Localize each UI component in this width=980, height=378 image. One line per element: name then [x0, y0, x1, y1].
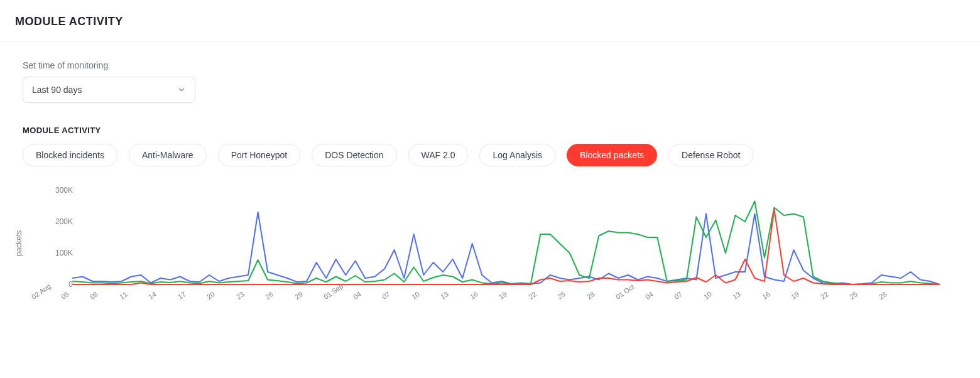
- tab-log-analysis[interactable]: Log Analysis: [479, 144, 555, 166]
- chart-xtick: 25: [848, 290, 859, 301]
- chart-xtick: 22: [527, 290, 538, 301]
- chart-xtick: 22: [819, 290, 830, 301]
- chart-xtick: 07: [673, 290, 683, 301]
- chevron-down-icon: [177, 85, 186, 94]
- tab-waf-2-0[interactable]: WAF 2.0: [408, 144, 469, 166]
- chart-xtick: 14: [147, 290, 158, 301]
- chart-xtick: 25: [556, 290, 567, 301]
- page-title: MODULE ACTIVITY: [15, 15, 965, 28]
- tab-blocked-packets[interactable]: Blocked packets: [567, 144, 657, 166]
- chart-xtick: 11: [118, 290, 129, 301]
- chart-xtick: 05: [60, 290, 70, 301]
- chart-xtick: 07: [381, 290, 391, 301]
- time-range-value: Last 90 days: [32, 85, 82, 95]
- tab-dos-detection[interactable]: DOS Detection: [312, 144, 396, 166]
- tab-defense-robot[interactable]: Defense Robot: [668, 144, 753, 166]
- chart-ylabel: packets: [14, 230, 23, 256]
- time-select-label: Set time of monitoring: [23, 60, 957, 70]
- chart-xtick: 26: [264, 290, 275, 301]
- chart-xtick: 20: [205, 290, 216, 301]
- chart-xtick: 10: [702, 290, 713, 301]
- chart-xtick: 19: [498, 290, 508, 301]
- chart-xtick: 16: [469, 290, 479, 301]
- chart-xtick: 13: [731, 290, 742, 301]
- module-tabs: Blocked incidentsAnti-MalwarePort Honeyp…: [23, 144, 957, 166]
- chart-series-series-green: [73, 202, 940, 285]
- chart-xtick: 04: [644, 290, 655, 301]
- chart-xtick: 16: [761, 290, 771, 301]
- tab-port-honeypot[interactable]: Port Honeypot: [218, 144, 301, 166]
- chart-xtick: 04: [352, 290, 362, 301]
- page-header: MODULE ACTIVITY: [0, 0, 980, 41]
- chart-xtick: 29: [293, 290, 304, 301]
- chart-series-series-blue: [73, 212, 940, 284]
- chart-series-series-red: [73, 209, 940, 284]
- time-range-select[interactable]: Last 90 days: [23, 77, 195, 103]
- chart-container: packets 0100K200K300K 02 Aug050811141720…: [23, 190, 927, 322]
- chart-xtick: 17: [177, 290, 187, 301]
- tab-blocked-incidents[interactable]: Blocked incidents: [23, 144, 117, 166]
- chart-xtick: 19: [790, 290, 800, 301]
- tab-anti-malware[interactable]: Anti-Malware: [129, 144, 207, 166]
- chart-xtick: 08: [89, 290, 99, 301]
- line-chart: [41, 190, 940, 291]
- chart-xtick: 10: [410, 290, 421, 301]
- chart-xtick: 13: [439, 290, 450, 301]
- chart-xtick: 28: [585, 290, 596, 301]
- chart-xtick: 28: [878, 290, 888, 301]
- chart-xtick: 23: [235, 290, 246, 301]
- section-title: MODULE ACTIVITY: [23, 126, 957, 135]
